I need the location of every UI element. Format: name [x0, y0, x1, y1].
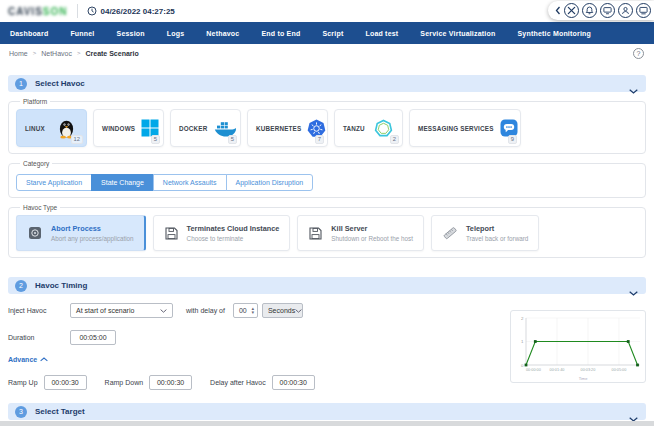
tab-state-change[interactable]: State Change	[91, 174, 154, 191]
havoc-card-title: Kill Server	[331, 224, 413, 233]
nav-item-dashboard[interactable]: Dashboard	[8, 30, 59, 37]
section-select-target-header[interactable]: 3 Select Target	[8, 403, 646, 420]
platform-card-messaging-services[interactable]: MESSAGING SERVICES 9	[409, 109, 521, 147]
havoc-count-badge: 7	[315, 135, 324, 144]
breadcrumb-separator: >	[33, 50, 37, 56]
with-delay-of-label: with delay of	[186, 307, 225, 314]
platform-card-windows[interactable]: WINDOWS 5	[93, 109, 164, 147]
havoc-card-subtitle: Abort any process/application	[51, 235, 134, 242]
havoc-timing-chart-panel: 01200:00:0000:01:4000:03:2000:05:00Time	[510, 310, 646, 383]
nav-item-end-to-end[interactable]: End to End	[250, 30, 311, 37]
screen-share-icon[interactable]	[600, 3, 615, 18]
nav-item-session[interactable]: Session	[106, 30, 156, 37]
chevron-down-icon	[295, 309, 302, 313]
ramp-down-input[interactable]	[149, 375, 192, 390]
breadcrumb-home[interactable]: Home	[9, 50, 28, 57]
breadcrumb-separator: >	[77, 50, 81, 56]
havoc-timing-body: Inject Havoc At start of scenario with d…	[8, 303, 646, 390]
havoc-count-badge: 12	[71, 135, 83, 144]
svg-text:0: 0	[521, 363, 524, 368]
nav-item-service-virtualization[interactable]: Service Virtualization	[409, 30, 506, 37]
platform-card-tanzu[interactable]: TANZU 2	[334, 109, 403, 147]
chevron-up-icon	[40, 357, 48, 362]
delay-after-havoc-label: Delay after Havoc	[210, 379, 266, 386]
category-fieldset: Category Starve Application State Change…	[8, 160, 646, 198]
tab-starve-application[interactable]: Starve Application	[16, 174, 92, 191]
topbar-icon-tray	[548, 1, 654, 20]
havoc-card-subtitle: Choose to terminate	[187, 235, 280, 242]
top-bar: CAVIS SON 04/26/2022 04:27:25	[0, 0, 654, 22]
svg-text:Time: Time	[579, 376, 589, 381]
step-3-badge: 3	[15, 406, 27, 418]
havoc-card-terminates-cloud-instance[interactable]: Terminates Cloud Instance Choose to term…	[153, 215, 291, 251]
svg-text:1: 1	[521, 339, 524, 344]
tab-application-disruption[interactable]: Application Disruption	[226, 174, 314, 191]
platform-cards: LINUX 12 WINDOWS	[16, 109, 638, 147]
system-datetime: 04/26/2022 04:27:25	[87, 6, 175, 16]
collapse-section-2-chevron-icon[interactable]	[629, 282, 638, 300]
breadcrumb: Home > NetHavoc > Create Scenario ?	[0, 44, 654, 62]
section-select-havoc-header[interactable]: 1 Select Havoc	[8, 75, 646, 92]
havoc-card-abort-process[interactable]: Abort Process Abort any process/applicat…	[16, 215, 146, 251]
collapse-tray-chevron-icon[interactable]	[555, 6, 561, 15]
svg-text:00:03:20: 00:03:20	[581, 368, 596, 372]
nav-item-script[interactable]: Script	[311, 30, 354, 37]
havoc-card-kill-server[interactable]: Kill Server Shutdown or Reboot the host	[297, 215, 424, 251]
tools-icon[interactable]	[564, 3, 579, 18]
havoc-type-fieldset: Havoc Type Abort Process Abort any proce…	[8, 204, 646, 258]
collapse-section-1-chevron-icon[interactable]	[629, 80, 638, 98]
delay-after-havoc-input[interactable]	[272, 375, 315, 390]
floppy-disk-icon	[308, 226, 323, 241]
help-icon[interactable]: ?	[633, 48, 644, 59]
section-title: Havoc Timing	[35, 281, 87, 290]
svg-text:00:01:40: 00:01:40	[550, 368, 565, 372]
ramp-down-label: Ramp Down	[105, 379, 144, 386]
clock-icon	[87, 6, 97, 16]
platform-card-docker[interactable]: DOCKER 5	[170, 109, 241, 147]
platform-legend: Platform	[20, 98, 50, 105]
step-1-badge: 1	[15, 78, 27, 90]
havoc-card-title: Terminates Cloud Instance	[187, 224, 280, 233]
delay-unit-select[interactable]: Seconds	[262, 303, 303, 318]
havoc-type-legend: Havoc Type	[20, 204, 60, 211]
main-nav: Dashboard Funnel Session Logs Nethavoc E…	[0, 22, 654, 44]
section-title: Select Target	[35, 407, 85, 416]
chevron-down-icon	[160, 309, 167, 313]
ramp-up-label: Ramp Up	[8, 379, 38, 386]
nav-item-logs[interactable]: Logs	[156, 30, 196, 37]
nav-item-nethavoc[interactable]: Nethavoc	[195, 30, 250, 37]
delay-value-stepper[interactable]: 00 ▲▼	[233, 303, 258, 318]
nav-item-synthetic-monitoring[interactable]: Synthetic Monitoring	[506, 30, 602, 37]
section-havoc-timing-header[interactable]: 2 Havoc Timing	[8, 277, 646, 294]
duration-input[interactable]	[70, 330, 116, 345]
advance-toggle[interactable]: Advance	[8, 356, 48, 363]
tab-network-assaults[interactable]: Network Assaults	[153, 174, 227, 191]
svg-text:00:05:00: 00:05:00	[612, 368, 627, 372]
havoc-card-teleport[interactable]: Teleport Travel back or forward	[431, 215, 539, 251]
floppy-disk-icon	[164, 226, 179, 241]
inject-havoc-select[interactable]: At start of scenario	[70, 303, 173, 318]
platform-card-kubernetes[interactable]: KUBERNETES	[247, 109, 328, 147]
havoc-card-title: Abort Process	[51, 224, 134, 233]
nav-item-load-test[interactable]: Load test	[354, 30, 409, 37]
nav-item-funnel[interactable]: Funnel	[59, 30, 105, 37]
docker-whale-icon	[214, 120, 236, 137]
create-scenario-page: CAVIS SON 04/26/2022 04:27:25	[0, 0, 654, 426]
breadcrumb-nethavoc[interactable]: NetHavoc	[41, 50, 72, 57]
havoc-type-cards: Abort Process Abort any process/applicat…	[16, 215, 638, 251]
content: 1 Select Havoc Platform LINUX	[0, 75, 654, 420]
havoc-card-title: Teleport	[466, 224, 528, 233]
user-icon[interactable]	[618, 3, 633, 18]
duration-label: Duration	[8, 334, 70, 341]
ramp-up-input[interactable]	[44, 375, 87, 390]
platform-card-linux[interactable]: LINUX 12	[16, 109, 87, 147]
teleport-ticket-icon	[442, 225, 458, 241]
monitor-icon[interactable]	[636, 3, 651, 18]
section-title: Select Havoc	[35, 79, 85, 88]
notifications-bell-icon[interactable]	[582, 3, 597, 18]
stepper-arrows-icon[interactable]: ▲▼	[251, 307, 255, 314]
platform-fieldset: Platform LINUX 12 WIN	[8, 98, 646, 154]
page-bottom-edge	[0, 421, 654, 426]
havoc-timing-chart: 01200:00:0000:01:4000:03:2000:05:00Time	[511, 311, 645, 382]
category-legend: Category	[20, 160, 52, 167]
